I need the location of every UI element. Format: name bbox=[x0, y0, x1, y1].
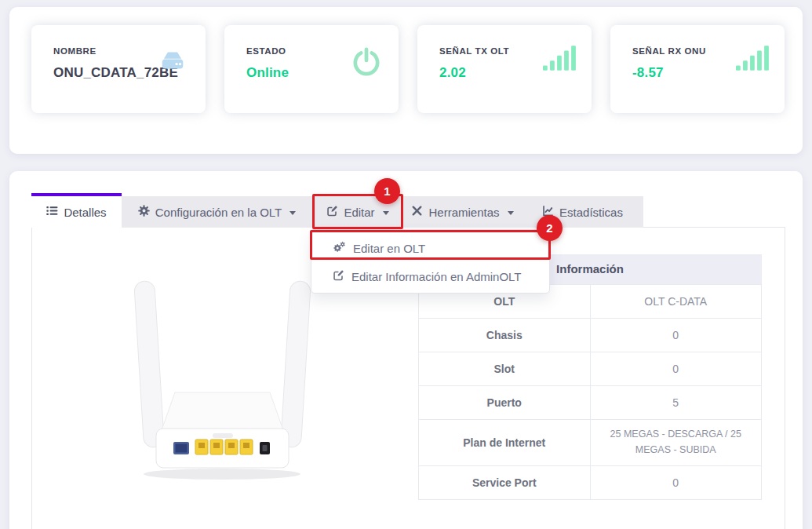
row-label: Slot bbox=[419, 352, 591, 385]
table-row: Puerto 5 bbox=[419, 385, 762, 419]
router-icon bbox=[155, 46, 190, 75]
tab-detalles[interactable]: Detalles bbox=[31, 196, 122, 228]
menu-item-editar-informacion-adminolt[interactable]: Editar Información en AdminOLT bbox=[311, 262, 549, 290]
edit-icon bbox=[333, 269, 344, 283]
row-label: Chasis bbox=[419, 318, 591, 352]
row-value: 0 bbox=[590, 352, 762, 385]
signal-bars-icon bbox=[543, 46, 576, 71]
row-value: OLT C-DATA bbox=[590, 284, 762, 318]
stat-card-senal-rx-onu: SEÑAL RX ONU -8.57 bbox=[610, 25, 785, 113]
table-row: Slot 0 bbox=[419, 352, 762, 385]
power-icon bbox=[350, 46, 383, 78]
menu-item-label: Editar Información en AdminOLT bbox=[351, 270, 522, 283]
tab-configuracion-en-la-olt[interactable]: Configuración en la OLT bbox=[122, 196, 312, 228]
tab-label: Estadísticas bbox=[559, 206, 623, 219]
tab-label: Detalles bbox=[64, 206, 106, 219]
stat-card-nombre: NOMBRE ONU_CDATA_72BE bbox=[31, 25, 206, 113]
onu-details-page: NOMBRE ONU_CDATA_72BE ESTADO Online bbox=[0, 0, 812, 529]
gear-icon bbox=[138, 205, 150, 219]
row-value: 25 MEGAS - DESCARGA / 25 MEGAS - SUBIDA bbox=[590, 419, 762, 465]
chevron-down-icon bbox=[508, 211, 514, 215]
table-row: Plan de Internet 25 MEGAS - DESCARGA / 2… bbox=[419, 419, 762, 465]
tab-herramientas[interactable]: Herramientas bbox=[403, 196, 522, 228]
summary-panel: NOMBRE ONU_CDATA_72BE ESTADO Online bbox=[9, 7, 803, 154]
tab-label: Herramientas bbox=[428, 206, 499, 219]
annotation-box-editar-en-olt bbox=[310, 230, 551, 260]
row-label: Puerto bbox=[419, 385, 591, 419]
row-value: 0 bbox=[590, 318, 762, 352]
tools-icon bbox=[411, 205, 423, 219]
row-label: Plan de Internet bbox=[419, 419, 591, 465]
annotation-step-1-badge: 1 bbox=[374, 178, 400, 204]
annotation-step-2-badge: 2 bbox=[537, 215, 563, 241]
details-panel: Detalles bbox=[9, 171, 803, 529]
stat-card-estado: ESTADO Online bbox=[224, 25, 399, 113]
signal-bars-icon bbox=[736, 46, 769, 71]
row-value: 5 bbox=[590, 385, 762, 419]
onu-product-image bbox=[126, 276, 319, 512]
active-tab-indicator bbox=[31, 193, 122, 196]
tab-label: Configuración en la OLT bbox=[155, 206, 282, 219]
stat-card-senal-tx-olt: SEÑAL TX OLT 2.02 bbox=[417, 25, 592, 113]
list-icon bbox=[46, 205, 58, 219]
table-row: Service Port 0 bbox=[419, 465, 762, 499]
row-label: Service Port bbox=[419, 465, 591, 499]
table-row: Chasis 0 bbox=[419, 318, 762, 352]
row-value: 0 bbox=[590, 465, 762, 499]
chevron-down-icon bbox=[289, 211, 296, 215]
